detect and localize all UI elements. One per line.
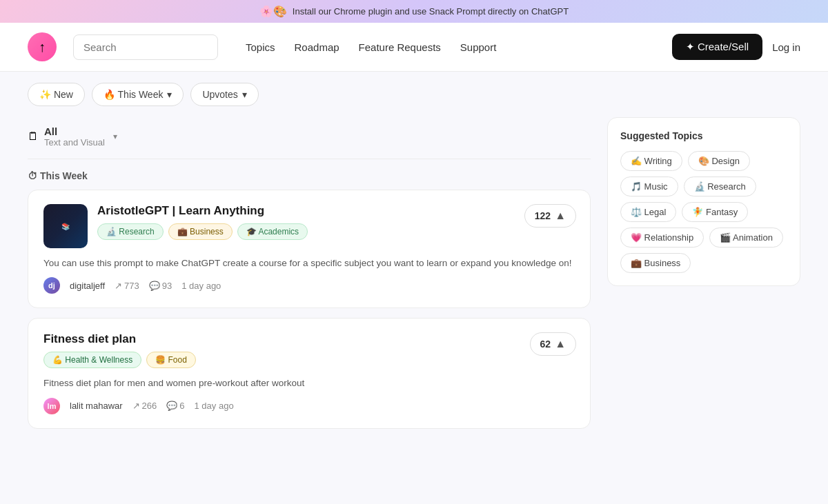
card-description-fitness: Fitness diet plan for men and women pre-…: [43, 376, 575, 390]
this-week-label: 🔥 This Week: [103, 89, 164, 100]
tag-food[interactable]: 🍔 Food: [146, 352, 196, 368]
nav-topics[interactable]: Topics: [246, 41, 275, 53]
topic-legal[interactable]: ⚖️ Legal: [620, 202, 676, 222]
new-filter-button[interactable]: ✨ New: [28, 83, 85, 106]
vote-button-1[interactable]: 122 ▲: [524, 204, 576, 228]
upvotes-arrow-icon: ↗: [115, 281, 122, 291]
card-fitness: Fitness diet plan 💪 Health & Wellness 🍔 …: [28, 318, 591, 428]
topic-grid: ✍️ Writing 🎨 Design 🎵 Music 🔬 Research ⚖…: [620, 151, 787, 273]
all-filter-sub: Text and Visual: [44, 137, 105, 148]
vote-count-1: 122: [535, 210, 551, 221]
nav-feature-requests[interactable]: Feature Requests: [359, 41, 441, 53]
search-input[interactable]: [73, 34, 218, 60]
all-filter[interactable]: 🗒 All Text and Visual ▾: [28, 117, 591, 156]
topic-research[interactable]: 🔬 Research: [684, 177, 756, 196]
this-week-filter-button[interactable]: 🔥 This Week ▾: [92, 83, 184, 106]
topic-writing[interactable]: ✍️ Writing: [620, 151, 682, 171]
comment-icon-2: 💬: [166, 401, 177, 411]
nav-roadmap[interactable]: Roadmap: [295, 41, 339, 53]
all-filter-chevron: ▾: [113, 132, 117, 141]
tag-health[interactable]: 💪 Health & Wellness: [43, 352, 141, 368]
create-sell-button[interactable]: ✦ Create/Sell: [672, 34, 762, 60]
nav-support[interactable]: Support: [460, 41, 497, 53]
upvotes-sort-button[interactable]: Upvotes ▾: [190, 83, 258, 106]
card-aristotle: 📚 AristotleGPT | Learn Anything 🔬 Resear…: [28, 190, 591, 308]
topic-business[interactable]: 💼 Business: [620, 253, 691, 273]
right-column: Suggested Topics ✍️ Writing 🎨 Design 🎵 M…: [607, 117, 800, 439]
vote-button-2[interactable]: 62 ▲: [530, 332, 576, 356]
author-digitaljeff: digitaljeff: [70, 281, 105, 291]
tag-business[interactable]: 💼 Business: [168, 223, 233, 240]
topic-music[interactable]: 🎵 Music: [620, 177, 678, 196]
comments-count-2: 💬 6: [166, 401, 184, 411]
header: ↑ Topics Roadmap Feature Requests Suppor…: [0, 23, 828, 72]
top-banner[interactable]: 🌸🎨 Install our Chrome plugin and use Sna…: [0, 0, 828, 23]
chevron-down-icon: ▾: [167, 89, 172, 100]
card-description-aristotle: You can use this prompt to make ChatGPT …: [43, 256, 575, 270]
upvotes-label: Upvotes: [202, 89, 237, 100]
suggested-topics-box: Suggested Topics ✍️ Writing 🎨 Design 🎵 M…: [607, 117, 800, 286]
avatar-lalit: lm: [43, 398, 60, 414]
upvotes-count-1: ↗ 773: [115, 281, 139, 291]
card-meta-aristotle: dj digitaljeff ↗ 773 💬 93 1 day ago: [43, 277, 575, 294]
all-filter-label: All: [44, 125, 105, 137]
upvotes-arrow-icon-2: ↗: [132, 401, 140, 411]
card-image: 📚: [43, 204, 88, 248]
avatar-digitaljeff: dj: [43, 277, 60, 294]
main-content: 🗒 All Text and Visual ▾ ⏱ This Week 📚 Ar: [0, 117, 828, 466]
card-tags-aristotle: 🔬 Research 💼 Business 🎓 Academics: [97, 223, 575, 240]
banner-icons: 🌸🎨: [259, 5, 287, 18]
filter-bar: ✨ New 🔥 This Week ▾ Upvotes ▾: [0, 72, 828, 117]
header-right: ✦ Create/Sell Log in: [672, 34, 800, 60]
time-1: 1 day ago: [181, 281, 221, 291]
topic-fantasy[interactable]: 🧚 Fantasy: [682, 202, 748, 222]
card-image-inner: 📚: [43, 204, 88, 248]
all-filter-icon: 🗒: [28, 130, 39, 143]
comments-count-1: 💬 93: [149, 281, 172, 291]
divider: [28, 159, 591, 159]
chevron-down-icon-upvotes: ▾: [242, 89, 247, 100]
left-column: 🗒 All Text and Visual ▾ ⏱ This Week 📚 Ar: [28, 117, 591, 439]
comment-icon: 💬: [149, 281, 160, 291]
section-label: ⏱ This Week: [28, 170, 88, 181]
login-button[interactable]: Log in: [772, 41, 800, 53]
card-title-aristotle: AristotleGPT | Learn Anything: [97, 204, 575, 218]
vote-arrow-icon-2: ▲: [555, 338, 566, 350]
vote-arrow-icon-1: ▲: [555, 210, 566, 222]
card-top: 📚 AristotleGPT | Learn Anything 🔬 Resear…: [43, 204, 575, 248]
topic-design[interactable]: 🎨 Design: [688, 151, 750, 171]
section-header: ⏱ This Week: [28, 170, 591, 181]
logo-icon: ↑: [39, 39, 46, 55]
tag-academics[interactable]: 🎓 Academics: [237, 223, 308, 240]
topic-relationship[interactable]: 💗 Relationship: [620, 228, 704, 248]
banner-text: Install our Chrome plugin and use Snack …: [293, 6, 569, 17]
card-title-fitness: Fitness diet plan: [43, 332, 575, 346]
author-lalit: lalit mahawar: [70, 401, 123, 411]
upvotes-count-2: ↗ 266: [132, 401, 157, 411]
time-2: 1 day ago: [195, 401, 234, 411]
logo[interactable]: ↑: [28, 32, 57, 61]
nav-links: Topics Roadmap Feature Requests Support: [246, 41, 496, 53]
tag-research[interactable]: 🔬 Research: [97, 223, 164, 240]
vote-count-2: 62: [540, 339, 551, 350]
suggested-topics-title: Suggested Topics: [620, 130, 787, 141]
topic-animation[interactable]: 🎬 Animation: [709, 228, 783, 248]
card-top-2: Fitness diet plan 💪 Health & Wellness 🍔 …: [43, 332, 575, 368]
card-meta-fitness: lm lalit mahawar ↗ 266 💬 6 1 day ago: [43, 398, 575, 414]
search-container: [73, 34, 218, 60]
card-tags-fitness: 💪 Health & Wellness 🍔 Food: [43, 352, 575, 368]
